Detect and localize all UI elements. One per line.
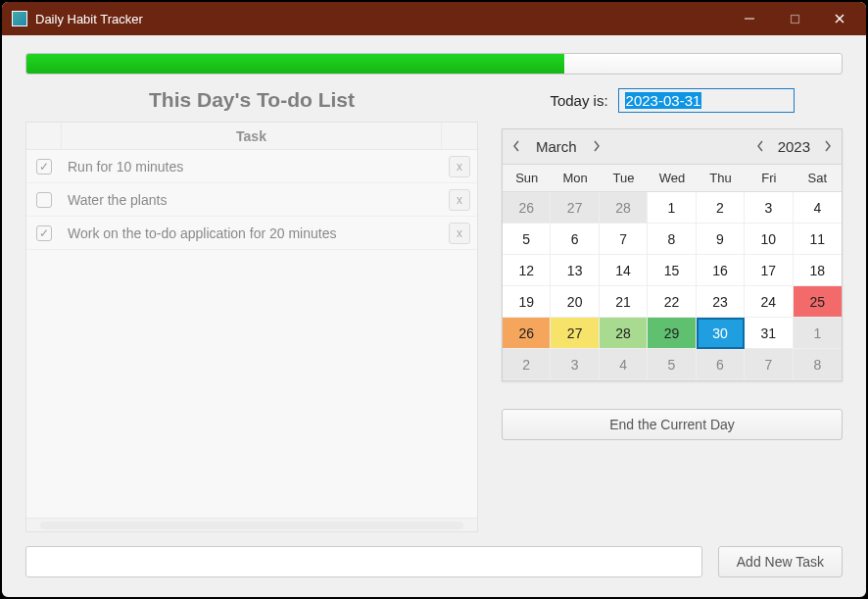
today-date-input[interactable]: 2023-03-31 [618,88,795,113]
content-area: This Day's To-do List Task ✓Run for 10 m… [2,35,866,597]
delete-task-button[interactable]: x [449,223,470,244]
add-task-row: Add New Task [25,546,843,577]
calendar-day[interactable]: 11 [794,224,842,255]
task-checkbox[interactable]: ✓ [36,159,52,175]
calendar-day[interactable]: 17 [745,255,793,286]
calendar-day[interactable]: 1 [648,192,696,224]
calendar-day[interactable]: 22 [648,286,696,318]
prev-month-button[interactable] [503,139,530,155]
calendar-day[interactable]: 8 [648,224,696,255]
calendar-day[interactable]: 27 [551,192,599,224]
calendar-day[interactable]: 7 [600,224,648,255]
chevron-left-icon [512,140,520,152]
minimize-icon [744,13,755,25]
maximize-button [772,4,817,33]
window-controls [727,4,862,33]
prev-year-button[interactable] [747,139,774,155]
today-label: Today is: [550,92,607,109]
titlebar[interactable]: Daily Habit Tracker [2,2,866,35]
svg-rect-1 [791,15,798,23]
next-year-button[interactable] [814,139,842,155]
calendar-day[interactable]: 15 [648,255,696,286]
calendar-day[interactable]: 18 [794,255,842,286]
calendar-day[interactable]: 19 [503,286,551,318]
col-delete-header [442,123,477,149]
calendar-day[interactable]: 2 [697,192,745,224]
calendar-day[interactable]: 5 [648,349,696,380]
dow-label: Sun [503,165,551,191]
col-checkbox-header [26,123,62,149]
task-table: Task ✓Run for 10 minutesxWater the plant… [25,122,478,532]
progress-fill [26,54,564,74]
calendar-day[interactable]: 23 [697,286,745,318]
calendar: March 2023 SunMonTueWedThuFriSa [502,128,843,381]
right-pane: Today is: 2023-03-31 March [502,88,843,532]
task-text: Run for 10 minutes [62,159,442,175]
horizontal-scrollbar[interactable] [26,518,477,531]
calendar-day[interactable]: 26 [503,318,551,349]
dow-label: Fri [745,165,793,191]
task-text: Work on the to-do application for 20 min… [62,225,442,241]
calendar-day[interactable]: 21 [600,286,648,318]
chevron-right-icon [593,140,601,152]
calendar-year[interactable]: 2023 [774,138,814,155]
columns: This Day's To-do List Task ✓Run for 10 m… [25,88,843,532]
calendar-day[interactable]: 31 [745,318,793,349]
calendar-day[interactable]: 13 [551,255,599,286]
app-window: Daily Habit Tracker This Day's To-do Lis… [0,0,868,599]
delete-task-button[interactable]: x [449,156,470,177]
calendar-day[interactable]: 4 [794,192,842,224]
window-title: Daily Habit Tracker [35,12,727,26]
table-row: Water the plantsx [26,183,477,217]
calendar-grid: 2627281234567891011121314151617181920212… [503,192,842,380]
calendar-day[interactable]: 9 [697,224,745,255]
close-icon [834,13,845,25]
calendar-day[interactable]: 3 [551,349,599,380]
calendar-day[interactable]: 7 [745,349,793,380]
calendar-day[interactable]: 25 [794,286,842,318]
task-checkbox[interactable] [36,192,52,208]
close-button[interactable] [817,4,862,33]
col-task-header: Task [62,123,442,149]
calendar-day[interactable]: 6 [551,224,599,255]
calendar-day[interactable]: 5 [503,224,551,255]
calendar-day[interactable]: 6 [697,349,745,380]
calendar-day[interactable]: 16 [697,255,745,286]
calendar-day[interactable]: 30 [697,318,745,349]
calendar-day[interactable]: 10 [745,224,793,255]
calendar-month[interactable]: March [530,138,583,155]
minimize-button[interactable] [727,4,772,33]
task-checkbox[interactable]: ✓ [36,225,52,241]
dow-label: Thu [697,165,745,191]
calendar-day[interactable]: 20 [551,286,599,318]
dow-label: Mon [551,165,599,191]
calendar-day[interactable]: 3 [745,192,793,224]
maximize-icon [790,14,800,25]
new-task-input[interactable] [25,546,702,577]
calendar-day[interactable]: 28 [600,192,648,224]
calendar-day[interactable]: 14 [600,255,648,286]
next-month-button[interactable] [583,139,610,155]
delete-task-button[interactable]: x [449,189,470,211]
chevron-right-icon [824,140,832,152]
calendar-day[interactable]: 29 [648,318,696,349]
task-table-body: ✓Run for 10 minutesxWater the plantsx✓Wo… [26,150,477,518]
calendar-day[interactable]: 8 [794,349,842,380]
add-task-button[interactable]: Add New Task [718,546,843,577]
calendar-day[interactable]: 12 [503,255,551,286]
calendar-day[interactable]: 28 [600,318,648,349]
end-day-button[interactable]: End the Current Day [502,409,843,440]
calendar-day[interactable]: 26 [503,192,551,224]
app-icon [12,11,27,26]
progress-bar [25,53,843,75]
calendar-day[interactable]: 2 [503,349,551,380]
calendar-dow-row: SunMonTueWedThuFriSat [503,165,842,192]
calendar-day[interactable]: 24 [745,286,793,318]
calendar-day[interactable]: 4 [600,349,648,380]
calendar-day[interactable]: 27 [551,318,599,349]
dow-label: Tue [600,165,648,191]
today-row: Today is: 2023-03-31 [502,88,843,113]
chevron-left-icon [756,140,764,152]
left-pane: This Day's To-do List Task ✓Run for 10 m… [25,88,478,532]
calendar-day[interactable]: 1 [794,318,842,349]
